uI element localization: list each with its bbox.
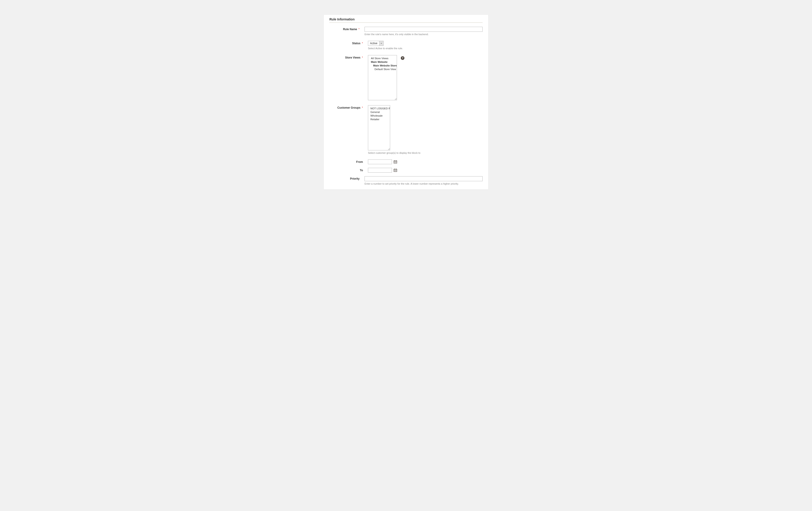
svg-rect-16 <box>396 170 397 170</box>
from-date-input[interactable] <box>368 159 392 164</box>
customer-group-option[interactable]: Retailer <box>368 117 390 121</box>
svg-rect-4 <box>394 162 395 162</box>
svg-rect-7 <box>394 162 395 163</box>
store-view-option[interactable]: Default Store View <box>368 68 397 71</box>
svg-rect-2 <box>395 160 395 161</box>
store-view-option[interactable]: Main Website <box>368 60 397 64</box>
helper-rule-name: Enter the rule's name here, it's only vi… <box>365 33 483 36</box>
status-value: Active <box>368 41 379 46</box>
label-to: To <box>329 168 368 172</box>
store-view-option[interactable]: All Store Views <box>368 56 397 60</box>
svg-rect-9 <box>396 162 397 163</box>
customer-group-option[interactable]: Wholesale <box>368 114 390 117</box>
helper-priority: Enter a number to set priority for the r… <box>365 182 483 185</box>
rule-information-panel: Rule Information Rule Name Enter the rul… <box>324 15 488 189</box>
rule-name-input[interactable] <box>365 27 483 32</box>
label-store-views: Store Views <box>329 55 368 59</box>
svg-rect-5 <box>395 162 396 162</box>
label-rule-name: Rule Name <box>329 27 365 31</box>
customer-group-option[interactable]: NOT LOGGED IN <box>368 107 390 110</box>
status-dropdown-button[interactable] <box>379 41 383 46</box>
label-from: From <box>329 159 368 164</box>
label-customer-groups: Customer Groups <box>329 105 368 109</box>
store-view-option[interactable]: Main Website Store <box>368 64 397 68</box>
field-row-store-views: Store Views All Store Views Main Website… <box>329 55 483 100</box>
store-views-multiselect[interactable]: All Store Views Main Website Main Websit… <box>368 55 397 100</box>
field-row-status: Status Active Select Active to enable th… <box>329 41 483 50</box>
status-select[interactable]: Active <box>368 41 383 46</box>
section-title: Rule Information <box>329 18 483 23</box>
svg-rect-19 <box>396 171 397 171</box>
helper-customer-groups: Select customer group(s) to display the … <box>368 151 483 155</box>
calendar-icon[interactable] <box>394 160 397 164</box>
svg-rect-18 <box>395 171 396 171</box>
field-row-rule-name: Rule Name Enter the rule's name here, it… <box>329 27 483 36</box>
label-priority: Priority <box>329 176 365 180</box>
field-row-customer-groups: Customer Groups NOT LOGGED IN General Wh… <box>329 105 483 155</box>
customer-group-option[interactable]: General <box>368 110 390 114</box>
help-icon[interactable]: ? <box>401 56 404 60</box>
svg-rect-13 <box>396 168 397 169</box>
chevron-down-icon <box>381 43 382 44</box>
field-row-from: From <box>329 159 483 164</box>
field-row-to: To <box>329 168 483 172</box>
svg-rect-15 <box>395 170 396 170</box>
to-date-input[interactable] <box>368 168 392 172</box>
svg-rect-8 <box>395 162 396 163</box>
priority-input[interactable] <box>365 176 483 181</box>
svg-rect-6 <box>396 162 397 162</box>
svg-rect-3 <box>396 160 397 161</box>
label-status: Status <box>329 41 368 45</box>
svg-rect-14 <box>394 170 395 170</box>
calendar-icon[interactable] <box>394 168 397 172</box>
svg-rect-12 <box>395 168 395 169</box>
svg-rect-17 <box>394 171 395 171</box>
customer-groups-multiselect[interactable]: NOT LOGGED IN General Wholesale Retailer <box>368 105 390 151</box>
helper-status: Select Active to enable the rule. <box>368 47 483 50</box>
field-row-priority: Priority Enter a number to set priority … <box>329 176 483 185</box>
